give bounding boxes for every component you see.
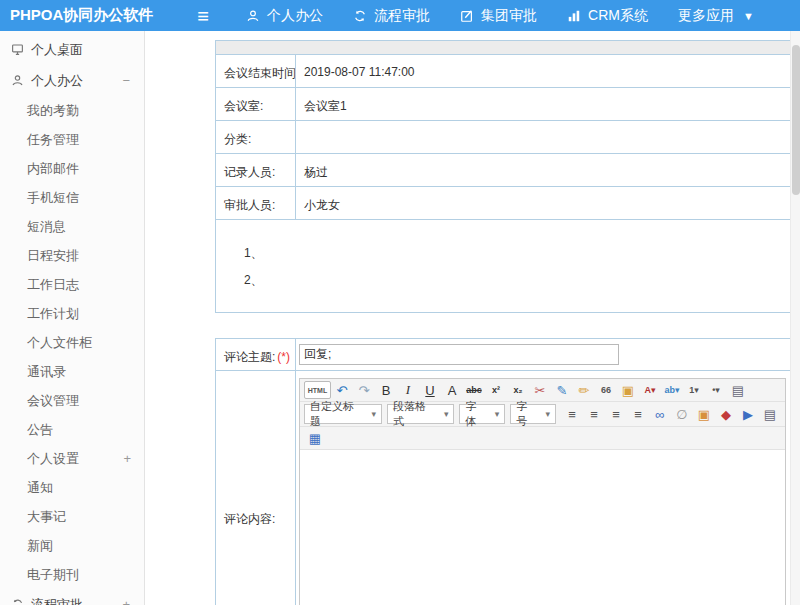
editor-button[interactable]: ✏ [573, 381, 595, 399]
sidebar-item[interactable]: 公告 [0, 415, 144, 444]
sidebar-item[interactable]: 我的考勤 [0, 96, 144, 125]
expand-icon[interactable]: + [123, 451, 144, 466]
nav-more-apps[interactable]: 更多应用 ▼ [663, 0, 769, 31]
main-content: 会议结束时间: 2019-08-07 11:47:00 会议室: 会议室1 分类… [146, 31, 800, 605]
editor-toolbar-row-3: ▦ [300, 427, 785, 450]
nav-process-approval[interactable]: 流程审批 [338, 0, 445, 31]
editor-format-select[interactable]: 字体 ▾ [459, 404, 505, 424]
nav-group-approval[interactable]: 集团审批 [445, 0, 552, 31]
insert-table-button[interactable]: ▦ [304, 429, 326, 447]
editor-button[interactable]: ▤ [727, 381, 749, 399]
select-value: 字体 [465, 399, 486, 429]
sidebar-item[interactable]: 新闻 [0, 531, 144, 560]
sidebar: 个人桌面 个人办公 − 我的考勤 任务管理 [0, 31, 145, 605]
editor-button[interactable]: A▾ [639, 381, 661, 399]
nav-crm-system[interactable]: CRM系统 [552, 0, 663, 31]
editor-toolbar-row-2: 自定义标题 ▾ 段落格式 ▾ [300, 402, 785, 427]
editor-button[interactable]: B [375, 381, 397, 399]
sidebar-item[interactable]: 电子期刊 [0, 560, 144, 589]
sidebar-item[interactable]: 日程安排 [0, 241, 144, 270]
top-nav: 个人办公 流程审批 集团审批 CRM系统 更多应用 [231, 0, 769, 31]
meeting-detail-table: 会议结束时间: 2019-08-07 11:47:00 会议室: 会议室1 分类… [215, 40, 791, 313]
editor-button[interactable]: HTML [304, 381, 331, 399]
editor-button[interactable]: ▣ [617, 381, 639, 399]
meeting-rows: 会议结束时间: 2019-08-07 11:47:00 会议室: 会议室1 分类… [216, 55, 790, 220]
collapse-icon[interactable]: − [122, 73, 132, 88]
sidebar-item[interactable]: 内部邮件 [0, 154, 144, 183]
sidebar-item[interactable]: 工作日志 [0, 270, 144, 299]
field-value: 会议室1 [296, 88, 790, 120]
sidebar-item[interactable]: 大事记 [0, 502, 144, 531]
sidebar-item[interactable]: 工作计划 [0, 299, 144, 328]
nav-label: CRM系统 [588, 7, 648, 25]
editor-button[interactable]: ≡ [605, 405, 627, 423]
table-row: 会议结束时间: 2019-08-07 11:47:00 [216, 55, 790, 88]
chevron-down-icon: ▾ [444, 409, 449, 419]
hamburger-menu-icon[interactable]: ≡ [197, 6, 209, 26]
chevron-down-icon: ▾ [372, 409, 377, 419]
editor-button[interactable]: ↷ [353, 381, 375, 399]
editor-insert-icons: ≡ ≡ ≡ ≡ ∞ [561, 405, 781, 423]
select-value: 自定义标题 [310, 399, 364, 429]
sidebar-item-label: 短消息 [27, 218, 66, 236]
editor-format-select[interactable]: 段落格式 ▾ [387, 404, 454, 424]
editor-button[interactable]: ▣ [693, 405, 715, 423]
comment-subject-input[interactable] [299, 344, 619, 365]
editor-button[interactable]: ◆ [715, 405, 737, 423]
sidebar-item-personal-desktop[interactable]: 个人桌面 [0, 34, 144, 65]
sidebar-item[interactable]: 短消息 [0, 212, 144, 241]
editor-button[interactable]: x² [485, 381, 507, 399]
desktop-icon [11, 43, 24, 56]
editor-button[interactable]: ✎ [551, 381, 573, 399]
comment-content-cell: HTML ↶ ↷ B I U [296, 371, 790, 605]
sidebar-item-process-approval[interactable]: 流程审批 + [0, 589, 144, 605]
sidebar-item[interactable]: 个人文件柜 [0, 328, 144, 357]
editor-button[interactable]: A [441, 381, 463, 399]
sidebar-item-label: 工作日志 [27, 276, 79, 294]
editor-button[interactable]: abc [463, 381, 485, 399]
field-value [296, 121, 790, 153]
nav-label: 个人办公 [267, 7, 323, 25]
editor-button[interactable]: 1▾ [683, 381, 705, 399]
sidebar-item-personal-office[interactable]: 个人办公 − [0, 65, 144, 96]
editor-content-area[interactable] [300, 450, 785, 605]
sidebar-item[interactable]: 任务管理 [0, 125, 144, 154]
vertical-scrollbar[interactable] [790, 31, 800, 605]
comment-subject-label: 评论主题:(*) [216, 339, 296, 370]
editor-button[interactable]: •▾ [705, 381, 727, 399]
expand-icon[interactable]: + [122, 597, 132, 605]
editor-button[interactable]: x₂ [507, 381, 529, 399]
sidebar-item[interactable]: 手机短信 [0, 183, 144, 212]
field-value: 杨过 [296, 154, 790, 186]
select-value: 段落格式 [393, 399, 436, 429]
editor-button[interactable]: I [397, 381, 419, 399]
table-row: 分类: [216, 121, 790, 154]
editor-button[interactable]: ∞ [649, 405, 671, 423]
sidebar-item[interactable]: 会议管理 [0, 386, 144, 415]
sidebar-section-label: 流程审批 [31, 596, 83, 605]
rich-text-editor: HTML ↶ ↷ B I U [299, 378, 786, 605]
sidebar-item[interactable]: 通讯录 [0, 357, 144, 386]
editor-button[interactable]: U [419, 381, 441, 399]
nav-personal-office[interactable]: 个人办公 [231, 0, 338, 31]
sidebar-item[interactable]: 个人设置 + [0, 444, 144, 473]
sidebar-item-label: 手机短信 [27, 189, 79, 207]
editor-button[interactable]: 66 [595, 381, 617, 399]
app-window: PHPOA协同办公软件 ≡ 个人办公 流程审批 集团审批 [0, 0, 800, 605]
editor-button[interactable]: ✂ [529, 381, 551, 399]
chevron-down-icon: ▾ [495, 409, 500, 419]
editor-button[interactable]: ≡ [561, 405, 583, 423]
editor-button[interactable]: ≡ [627, 405, 649, 423]
editor-toolbar-row-1: HTML ↶ ↷ B I U [300, 379, 785, 402]
editor-format-select[interactable]: 字号 ▾ [510, 404, 556, 424]
editor-button[interactable]: ▤ [759, 405, 781, 423]
sidebar-item[interactable]: 通知 [0, 473, 144, 502]
editor-button[interactable]: ↶ [331, 381, 353, 399]
editor-button[interactable]: ab▾ [661, 381, 683, 399]
editor-format-select[interactable]: 自定义标题 ▾ [304, 404, 382, 424]
editor-button[interactable]: ▶ [737, 405, 759, 423]
editor-button[interactable]: ≡ [583, 405, 605, 423]
editor-button[interactable]: ∅ [671, 405, 693, 423]
select-value: 字号 [516, 399, 537, 429]
scrollbar-thumb[interactable] [792, 45, 800, 195]
